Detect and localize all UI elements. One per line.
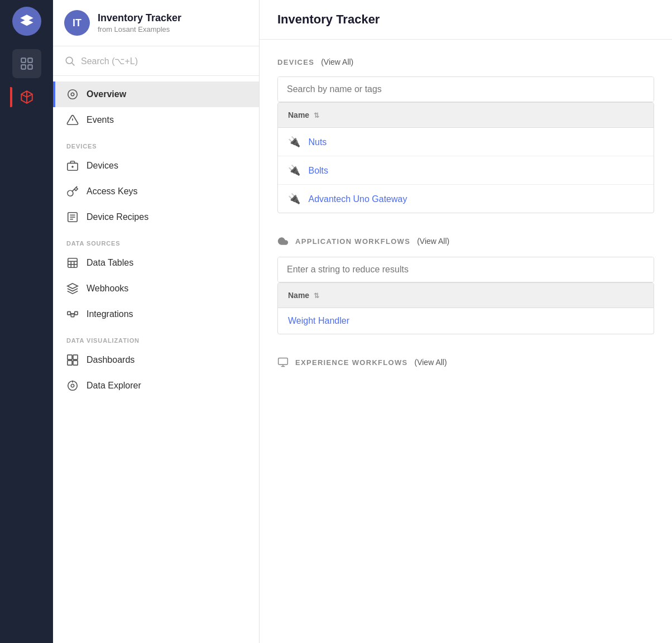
svg-point-7 <box>71 93 74 96</box>
monitor-icon <box>277 357 289 368</box>
access-keys-icon <box>66 185 79 198</box>
devices-search-input[interactable] <box>278 77 654 102</box>
dashboard-nav-icon[interactable] <box>12 49 41 78</box>
device-recipes-icon <box>66 211 79 223</box>
svg-rect-17 <box>68 258 78 268</box>
workflows-section: APPLICATION WORKFLOWS (View All) Name ⇅ <box>277 236 654 334</box>
sort-icon[interactable]: ⇅ <box>314 292 319 300</box>
svg-line-5 <box>72 63 75 66</box>
app-icon: IT <box>64 10 90 36</box>
webhooks-icon <box>66 282 79 295</box>
sidebar-item-events[interactable]: Events <box>53 107 259 133</box>
svg-rect-27 <box>68 355 72 359</box>
integrations-icon <box>66 308 79 320</box>
search-icon <box>64 55 75 66</box>
icon-bar <box>0 0 53 643</box>
data-explorer-label: Data Explorer <box>87 381 141 391</box>
device-recipes-label: Device Recipes <box>87 212 148 222</box>
svg-rect-22 <box>68 311 71 315</box>
workflows-search-input[interactable] <box>278 257 654 282</box>
main-body: DEVICES (View All) Name ⇅ <box>260 40 672 408</box>
search-label: Search (⌥+L) <box>81 56 138 66</box>
svg-rect-29 <box>68 361 72 365</box>
experience-workflows-section: EXPERIENCE WORKFLOWS (View All) <box>277 357 654 368</box>
data-visualization-section-label: Data Visualization <box>53 327 259 347</box>
workflows-section-header: APPLICATION WORKFLOWS (View All) <box>277 236 654 247</box>
table-row: Weight Handler <box>278 308 654 334</box>
logo-button[interactable] <box>12 7 41 36</box>
main-content: Inventory Tracker DEVICES (View All) Nam… <box>260 0 672 643</box>
devices-label: Devices <box>87 161 118 171</box>
devices-icon <box>66 160 79 172</box>
experience-workflows-header: EXPERIENCE WORKFLOWS (View All) <box>277 357 654 368</box>
sidebar-item-data-explorer[interactable]: Data Explorer <box>53 373 259 399</box>
sidebar-nav: Overview Events Devices Devices <box>53 76 259 643</box>
sidebar-item-access-keys[interactable]: Access Keys <box>53 179 259 204</box>
sidebar: IT Inventory Tracker from Losant Example… <box>53 0 260 643</box>
device-plug-icon: 🔌 <box>288 164 300 176</box>
main-title: Inventory Tracker <box>260 0 672 40</box>
workflows-section-title: APPLICATION WORKFLOWS <box>295 237 410 246</box>
workflow-link-weight-handler[interactable]: Weight Handler <box>288 316 349 325</box>
access-keys-label: Access Keys <box>87 186 138 196</box>
experience-workflows-view-all[interactable]: (View All) <box>415 358 447 367</box>
workflows-table: Name ⇅ Weight Handler <box>278 283 654 334</box>
application-nav-icon[interactable] <box>12 83 41 112</box>
events-icon <box>66 114 79 126</box>
sidebar-header: IT Inventory Tracker from Losant Example… <box>53 0 259 46</box>
app-subtitle: from Losant Examples <box>98 25 181 33</box>
svg-point-6 <box>68 90 78 99</box>
workflows-view-all[interactable]: (View All) <box>417 237 449 246</box>
sidebar-item-dashboards[interactable]: Dashboards <box>53 347 259 373</box>
svg-rect-34 <box>279 358 288 365</box>
integrations-label: Integrations <box>87 309 133 319</box>
svg-rect-28 <box>73 355 78 359</box>
svg-point-32 <box>71 384 74 387</box>
overview-label: Overview <box>87 89 126 99</box>
workflows-name-header: Name ⇅ <box>278 283 654 308</box>
workflows-table-wrapper: Name ⇅ Weight Handler <box>277 282 654 334</box>
data-tables-label: Data Tables <box>87 258 133 268</box>
svg-point-4 <box>66 57 73 64</box>
devices-name-header: Name ⇅ <box>278 103 654 128</box>
dashboards-icon <box>66 354 79 366</box>
data-sources-section-label: Data Sources <box>53 230 259 250</box>
table-row: 🔌 Advantech Uno Gateway <box>278 185 654 213</box>
sidebar-item-data-tables[interactable]: Data Tables <box>53 250 259 276</box>
table-row: 🔌 Bolts <box>278 156 654 185</box>
devices-table-wrapper: Name ⇅ 🔌 Nuts <box>277 102 654 213</box>
device-link-gateway[interactable]: Advantech Uno Gateway <box>308 194 407 204</box>
devices-section-label: Devices <box>53 133 259 153</box>
dashboards-label: Dashboards <box>87 355 135 365</box>
data-tables-icon <box>66 257 79 269</box>
sidebar-item-overview[interactable]: Overview <box>53 81 259 107</box>
events-label: Events <box>87 115 114 125</box>
device-plug-icon: 🔌 <box>288 136 300 148</box>
data-explorer-icon <box>66 380 79 392</box>
device-link-nuts[interactable]: Nuts <box>308 137 327 147</box>
webhooks-label: Webhooks <box>87 284 128 294</box>
overview-icon <box>66 88 79 100</box>
experience-workflows-title: EXPERIENCE WORKFLOWS <box>295 358 408 367</box>
workflows-search-wrapper <box>277 257 654 282</box>
device-link-bolts[interactable]: Bolts <box>308 166 328 175</box>
sort-icon[interactable]: ⇅ <box>314 112 319 119</box>
devices-view-all[interactable]: (View All) <box>321 57 353 66</box>
svg-rect-23 <box>75 311 78 315</box>
devices-section-header: DEVICES (View All) <box>277 57 654 66</box>
devices-section: DEVICES (View All) Name ⇅ <box>277 57 654 213</box>
sidebar-item-webhooks[interactable]: Webhooks <box>53 276 259 301</box>
devices-search-wrapper <box>277 76 654 102</box>
app-title: Inventory Tracker <box>98 12 181 24</box>
cloud-icon <box>277 236 289 247</box>
devices-section-title: DEVICES <box>277 58 314 66</box>
table-row: 🔌 Nuts <box>278 128 654 156</box>
svg-rect-1 <box>28 58 32 63</box>
svg-rect-0 <box>21 58 26 63</box>
svg-rect-30 <box>73 361 78 365</box>
sidebar-item-integrations[interactable]: Integrations <box>53 301 259 327</box>
sidebar-search[interactable]: Search (⌥+L) <box>53 46 259 76</box>
sidebar-item-device-recipes[interactable]: Device Recipes <box>53 204 259 230</box>
svg-rect-2 <box>21 65 26 69</box>
sidebar-item-devices[interactable]: Devices <box>53 153 259 179</box>
